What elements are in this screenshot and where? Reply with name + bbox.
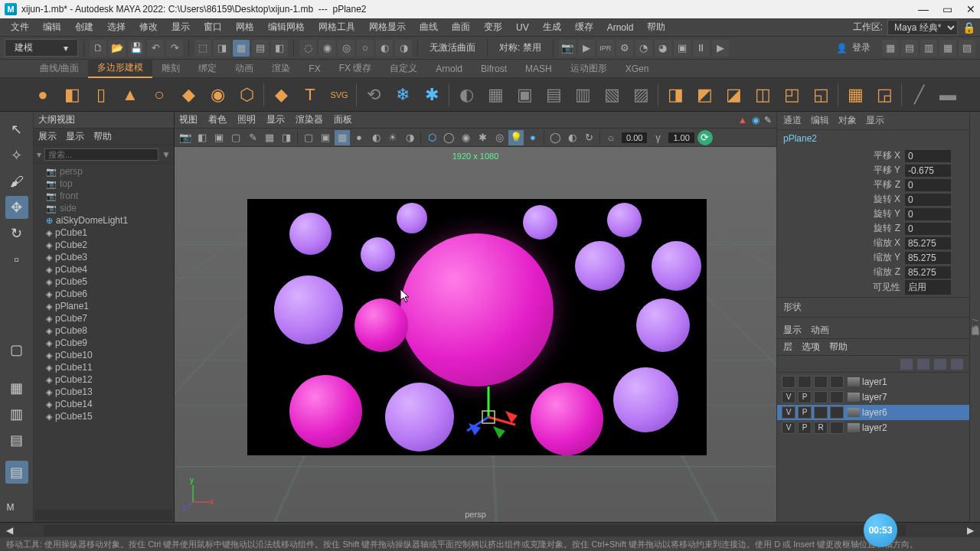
layer-tab-display[interactable]: 显示 <box>783 324 802 337</box>
snap-curve-icon[interactable]: ◉ <box>318 40 335 57</box>
symmetry-label[interactable]: 对称: 禁用 <box>493 41 547 54</box>
time-slider[interactable]: ◀ ▶ 00:53 <box>0 522 980 537</box>
poly-type-icon[interactable]: T <box>298 83 322 107</box>
snap-live-icon[interactable]: ◑ <box>395 40 412 57</box>
menu-help[interactable]: 帮助 <box>641 19 671 35</box>
vp-menu-shading[interactable]: 着色 <box>208 113 227 126</box>
target-weld-icon[interactable]: ◲ <box>872 83 897 107</box>
layout-outliner-icon[interactable]: ▤ <box>5 461 28 484</box>
shelf-tab-fxcache[interactable]: FX 缓存 <box>330 60 381 77</box>
shelf-tab-mograph[interactable]: 运动图形 <box>561 60 616 77</box>
move-tool[interactable]: ✥ <box>5 196 28 219</box>
menu-arnold[interactable]: Arnold <box>601 21 640 34</box>
fill-hole-icon[interactable]: ◫ <box>750 83 775 107</box>
layer-playback-toggle[interactable] <box>798 376 812 388</box>
layer-row[interactable]: VPRlayer2 <box>777 420 969 435</box>
layer-btn-2-icon[interactable] <box>917 359 929 370</box>
attr-icon[interactable]: ▧ <box>959 40 975 57</box>
layer-menu-options[interactable]: 选项 <box>802 341 820 354</box>
separate-icon[interactable]: ▦ <box>483 83 508 107</box>
shelf-tab-anim[interactable]: 动画 <box>226 60 263 77</box>
layer-color-swatch[interactable] <box>830 422 844 434</box>
pause-icon[interactable]: ⏸ <box>693 40 710 57</box>
render-view-icon[interactable]: 📷 <box>559 40 576 57</box>
layer-type-toggle[interactable] <box>814 376 828 388</box>
shelf-tab-render[interactable]: 渲染 <box>263 60 299 77</box>
redo-icon[interactable]: ↷ <box>166 40 183 57</box>
layer-btn-3-icon[interactable] <box>934 359 946 370</box>
shelf-tab-xgen[interactable]: XGen <box>616 61 658 77</box>
vp-gamma-field[interactable]: 1.00 <box>668 132 694 143</box>
layer-menu-layers[interactable]: 层 <box>783 341 792 354</box>
scale-x-field[interactable]: 85.275 <box>905 237 951 249</box>
rotate-tool[interactable]: ↻ <box>5 222 28 245</box>
vp-ao-icon[interactable]: ◉ <box>458 130 473 145</box>
render-frame-icon[interactable]: ▶ <box>578 40 595 57</box>
retopo-icon[interactable]: ▧ <box>599 83 624 107</box>
vp-fog-icon[interactable]: ◯ <box>547 130 563 145</box>
vp-shadows-icon[interactable]: ◑ <box>402 130 417 145</box>
outliner-search-input[interactable] <box>44 148 158 161</box>
sidebar-tab-channelbox[interactable]: 通道盒/层编辑器 <box>969 112 980 522</box>
signin-button[interactable]: 👤登录 <box>836 41 871 54</box>
menu-display[interactable]: 显示 <box>165 19 196 35</box>
outliner-menu-help[interactable]: 帮助 <box>93 130 112 143</box>
shelf-tab-bifrost[interactable]: Bifrost <box>472 61 516 77</box>
playblast-icon[interactable]: ▣ <box>674 40 691 57</box>
vp-bookmark-icon[interactable]: ◧ <box>194 130 210 145</box>
layer-type-toggle[interactable] <box>814 391 828 403</box>
filter-icon[interactable]: ▾ <box>37 149 41 160</box>
marketplace-icon[interactable]: ▦ <box>882 40 899 57</box>
vp-bookmark-icon[interactable]: ✎ <box>764 115 772 126</box>
hypershade-icon[interactable]: ◔ <box>635 40 652 57</box>
shelf-tab-curves[interactable]: 曲线/曲面 <box>31 60 88 77</box>
snap-plane-icon[interactable]: ○ <box>357 40 374 57</box>
new-scene-icon[interactable]: 🗋 <box>90 40 106 57</box>
timeline-track[interactable] <box>44 525 906 536</box>
layout-single-icon[interactable]: ▢ <box>5 338 28 361</box>
vp-menu-show[interactable]: 显示 <box>266 113 285 126</box>
vp-wireframe-icon[interactable]: ▦ <box>335 130 350 145</box>
vp-cube-icon[interactable]: ◉ <box>752 115 760 126</box>
workspace-dropdown[interactable]: Maya 经典* <box>887 20 958 35</box>
layer-row[interactable]: layer1 <box>777 374 969 390</box>
vp-grease-icon[interactable]: ✎ <box>245 130 260 145</box>
object-tab[interactable]: 对象 <box>838 114 857 127</box>
channel-tab[interactable]: 通道 <box>783 114 802 127</box>
layer-row[interactable]: VPlayer6 <box>777 405 969 420</box>
layer-btn-4-icon[interactable] <box>951 359 963 370</box>
extrude-icon[interactable]: ◨ <box>663 83 688 107</box>
shelf-tab-arnold[interactable]: Arnold <box>426 61 472 77</box>
layer-row[interactable]: VPlayer7 <box>777 390 969 405</box>
translate-x-field[interactable]: 0 <box>905 150 951 162</box>
bridge-icon[interactable]: ◪ <box>721 83 746 107</box>
layer-playback-toggle[interactable]: P <box>798 406 812 419</box>
menu-curves[interactable]: 曲线 <box>413 19 444 35</box>
light-editor-icon[interactable]: ◕ <box>655 40 671 57</box>
connect-icon[interactable]: ╱ <box>906 83 931 107</box>
select-tool[interactable]: ↖ <box>5 118 28 141</box>
layer-vis-toggle[interactable]: V <box>782 422 795 434</box>
vp-grid-icon[interactable]: ▦ <box>262 130 277 145</box>
vp-aa-icon[interactable]: ◎ <box>492 130 507 145</box>
vp-menu-panels[interactable]: 面板 <box>334 113 352 126</box>
menu-modify[interactable]: 修改 <box>133 19 164 35</box>
selected-object-name[interactable]: pPlane2 <box>777 130 969 147</box>
vp-select-cam-icon[interactable]: 📷 <box>178 130 193 145</box>
display-tab[interactable]: 显示 <box>866 114 884 127</box>
select-mode-icon[interactable]: ⬚ <box>194 40 211 57</box>
outliner-scrollbar[interactable] <box>35 510 172 520</box>
poly-disc-icon[interactable]: ◉ <box>205 83 230 107</box>
menuset-dropdown[interactable]: 建模▾ <box>5 39 78 57</box>
menu-surfaces[interactable]: 曲面 <box>446 19 476 35</box>
vp-2d-icon[interactable]: ▢ <box>228 130 243 145</box>
menu-deform[interactable]: 变形 <box>478 19 508 35</box>
vp-isolate-icon[interactable]: ⬡ <box>424 130 439 145</box>
shape-header[interactable]: 形状 <box>777 297 969 318</box>
poly-superellipse-icon[interactable]: ◆ <box>269 83 293 107</box>
snap-point-icon[interactable]: ◎ <box>338 40 354 57</box>
layer-vis-toggle[interactable]: V <box>782 391 795 403</box>
vp-gate-icon[interactable]: ▢ <box>301 130 316 145</box>
vp-bulb-icon[interactable]: 💡 <box>508 130 524 145</box>
rotate-x-field[interactable]: 0 <box>905 194 951 206</box>
